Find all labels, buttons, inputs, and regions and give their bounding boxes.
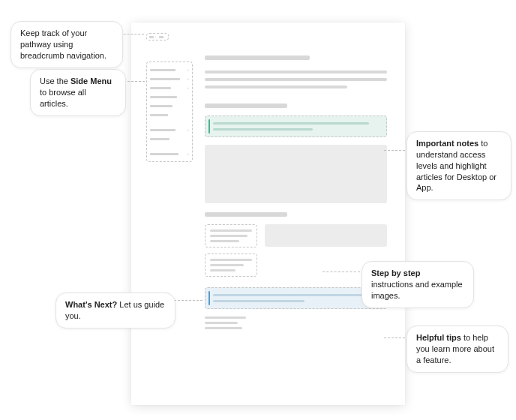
side-menu-item[interactable] [150, 112, 189, 118]
section-heading [205, 104, 287, 108]
connector-line [124, 81, 145, 82]
callout-breadcrumb: Keep track of your pathway using breadcr… [10, 21, 123, 68]
callout-steps: Step by step instructions and example im… [362, 261, 474, 308]
chevron-right-icon: › [188, 152, 189, 156]
side-menu-item[interactable]: › [150, 76, 189, 82]
side-menu-item[interactable] [150, 103, 189, 109]
callout-notes: Important notes to understand access lev… [406, 131, 512, 200]
chevron-right-icon: › [188, 76, 189, 81]
side-menu-item[interactable] [150, 136, 189, 142]
paragraph [205, 70, 387, 93]
important-note-box [205, 116, 387, 137]
callout-whatsnext: What's Next? Let us guide you. [56, 292, 176, 328]
step-image [265, 224, 387, 247]
page-mock: › › › › › › [131, 22, 405, 405]
side-menu-item[interactable]: › [150, 67, 189, 73]
side-menu-item[interactable]: › [150, 127, 189, 133]
chevron-right-icon: › [155, 36, 158, 38]
chevron-right-icon: › [188, 68, 189, 72]
step-text [205, 224, 257, 248]
callout-sidemenu: Use the Side Menu to browse all articles… [30, 69, 126, 116]
footer-text [205, 316, 246, 332]
side-menu-item[interactable] [150, 94, 189, 100]
chevron-right-icon: › [188, 86, 189, 90]
connector-line [120, 34, 144, 34]
connector-line [174, 300, 202, 301]
side-menu[interactable]: › › › › › [146, 62, 193, 162]
helpful-tip-box [205, 287, 387, 309]
connector-line [322, 272, 360, 272]
callout-tips: Helpful tips to help you learn more abou… [406, 326, 508, 373]
image-placeholder [205, 145, 387, 203]
breadcrumb[interactable]: › [146, 33, 169, 40]
connector-line [384, 338, 405, 338]
step-row [205, 224, 387, 248]
whats-next-box[interactable] [205, 254, 257, 277]
main-content [205, 56, 387, 332]
crumb-item [149, 36, 154, 38]
chevron-right-icon: › [188, 128, 189, 132]
side-menu-item[interactable]: › [150, 85, 189, 91]
side-menu-item[interactable]: › [150, 151, 189, 157]
connector-line [384, 150, 405, 151]
crumb-item [159, 36, 164, 38]
